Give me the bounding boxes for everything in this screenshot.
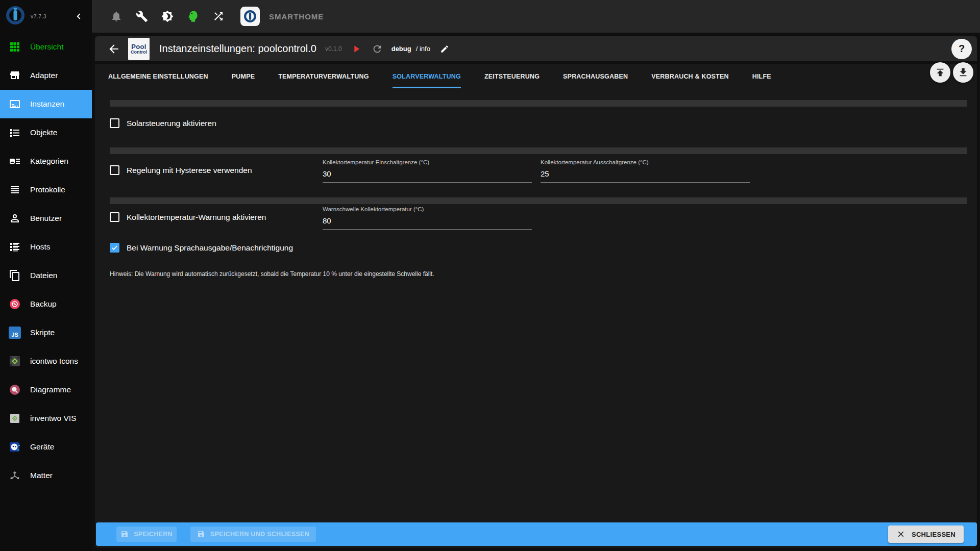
sidebar-item-hosts[interactable]: Hosts: [0, 233, 92, 261]
help-button[interactable]: ?: [951, 39, 972, 59]
check-icon: [111, 244, 118, 252]
warning-enable-checkbox[interactable]: [110, 212, 119, 222]
solar-enable-row[interactable]: Solarsteuerung aktivieren: [110, 118, 216, 128]
sidebar-item-diagramme[interactable]: Diagramme: [0, 375, 92, 404]
tab-temperaturverwaltung[interactable]: TEMPERATURVERWALTUNG: [278, 64, 369, 89]
sidebar-item-protokolle[interactable]: Protokolle: [0, 176, 92, 204]
close-button[interactable]: SCHLIESSEN: [888, 525, 964, 543]
hysteresis-label: Regelung mit Hysterese verwenden: [127, 166, 252, 175]
sidebar-item-kategorien[interactable]: Kategorien: [0, 147, 92, 176]
theme-icon[interactable]: [161, 10, 174, 23]
collector-off-input[interactable]: [541, 167, 750, 183]
user-icon: [9, 212, 21, 224]
sidebar-item-label: Skripte: [30, 328, 55, 337]
close-label: SCHLIESSEN: [912, 531, 955, 538]
sidebar-item-label: Objekte: [30, 128, 57, 137]
iobroker-logo-icon: [5, 5, 26, 28]
sync-disabled-icon[interactable]: [212, 10, 225, 23]
warning-hint-text: Hinweis: Die Warnung wird automatisch zu…: [110, 270, 434, 278]
charts-icon: [9, 384, 21, 396]
sidebar-item-benutzer[interactable]: Benutzer: [0, 204, 92, 233]
tab-allgemeine-einstellungen[interactable]: ALLGEMEINE EINSTELLUNGEN: [108, 64, 208, 89]
sidebar-item-label: icontwo Icons: [30, 357, 78, 366]
inventwo-icon: [9, 412, 21, 424]
objects-list-icon: [9, 127, 21, 139]
instances-icon: [9, 98, 21, 110]
files-icon: [9, 269, 21, 282]
instance-header: Pool Control Instanzeinstellungen: poolc…: [95, 36, 977, 61]
warning-notify-label: Bei Warnung Sprachausgabe/Benachrichtigu…: [127, 243, 293, 253]
back-button[interactable]: [107, 42, 120, 56]
tab-sprachausgaben[interactable]: SPRACHAUSGABEN: [563, 64, 628, 89]
sidebar-item-skripte[interactable]: JS Skripte: [0, 318, 92, 347]
sidebar-item-label: Kategorien: [30, 157, 68, 166]
edit-log-level-icon[interactable]: [438, 42, 451, 56]
log-level-secondary: / info: [416, 45, 430, 53]
page-title: Instanzeinstellungen: poolcontrol.0: [159, 43, 316, 55]
sidebar-item-inventwo-vis[interactable]: inventwo VIS: [0, 404, 92, 433]
sidebar-item-label: Adapter: [30, 71, 58, 80]
adapter-logo-text: Control: [131, 50, 147, 55]
warning-enable-label: Kollektortemperatur-Warnung aktivieren: [127, 213, 266, 222]
adapter-version: v0.1.0: [325, 45, 342, 53]
sidebar-item-backup[interactable]: Backup: [0, 290, 92, 318]
hysteresis-toggle[interactable]: Regelung mit Hysterese verwenden: [110, 165, 252, 175]
hysteresis-row: Regelung mit Hysterese verwenden Kollekt…: [110, 159, 967, 195]
tab-zeitsteuerung[interactable]: ZEITSTEUERUNG: [484, 64, 540, 89]
sidebar-item-objekte[interactable]: Objekte: [0, 118, 92, 147]
log-level-value: debug: [391, 45, 411, 53]
wrench-icon[interactable]: [135, 10, 149, 23]
warning-toggle[interactable]: Kollektortemperatur-Warnung aktivieren: [110, 212, 266, 222]
close-icon: [896, 530, 905, 539]
solar-enable-checkbox[interactable]: [110, 118, 119, 128]
sidebar-item-label: Instanzen: [30, 99, 64, 109]
collapse-sidebar-button[interactable]: [72, 10, 85, 22]
icontwo-icon: [9, 355, 21, 367]
matter-icon: [9, 469, 21, 482]
sidebar-item-adapter[interactable]: Adapter: [0, 61, 92, 90]
tab-solarverwaltung[interactable]: SOLARVERWALTUNG: [393, 64, 461, 89]
notifications-icon[interactable]: [110, 10, 123, 23]
top-toolbar: SMARTHOME: [92, 0, 980, 33]
sidebar-item-geraete[interactable]: Geräte: [0, 433, 92, 461]
instance-settings-page: Pool Control Instanzeinstellungen: poolc…: [92, 33, 980, 551]
warning-notify-row[interactable]: Bei Warnung Sprachausgabe/Benachrichtigu…: [110, 243, 293, 253]
sidebar-item-label: Matter: [30, 471, 53, 480]
warning-threshold-input[interactable]: [323, 214, 532, 230]
collector-off-field: Kollektortemperatur Ausschaltgrenze (°C): [541, 159, 750, 183]
save-button[interactable]: SPEICHERN: [116, 527, 177, 542]
save-label: SPEICHERN: [134, 531, 173, 538]
tab-pumpe[interactable]: PUMPE: [232, 64, 255, 89]
sidebar-item-matter[interactable]: Matter: [0, 461, 92, 490]
hysteresis-checkbox[interactable]: [110, 165, 119, 175]
save-and-close-button[interactable]: SPEICHERN UND SCHLIESSEN: [190, 527, 316, 542]
warning-row: Kollektortemperatur-Warnung aktivieren W…: [110, 206, 967, 242]
export-config-button[interactable]: [953, 62, 973, 83]
sidebar-item-icontwo-icons[interactable]: icontwo Icons: [0, 347, 92, 375]
iobroker-app-logo-icon[interactable]: [240, 7, 260, 26]
main-area: SMARTHOME Pool Control Instanzeinstellun…: [92, 0, 980, 551]
adapter-logo-text: Pool: [131, 43, 146, 50]
admin-version: v7.7.3: [31, 13, 46, 19]
instance-running-icon[interactable]: [350, 42, 363, 56]
sidebar-item-label: Geräte: [30, 442, 54, 452]
collector-on-input[interactable]: [323, 167, 532, 183]
sidebar-item-dateien[interactable]: Dateien: [0, 261, 92, 290]
save-icon: [120, 530, 129, 538]
import-config-button[interactable]: [930, 62, 950, 83]
warning-notify-checkbox[interactable]: [110, 243, 119, 253]
logs-icon: [9, 184, 21, 196]
sidebar-nav: Übersicht Adapter Instanzen Objekte Kate…: [0, 33, 92, 490]
expert-mode-icon[interactable]: [186, 10, 200, 23]
sidebar-item-instanzen[interactable]: Instanzen: [0, 90, 92, 118]
sidebar-item-uebersicht[interactable]: Übersicht: [0, 33, 92, 61]
restart-instance-icon[interactable]: [371, 42, 384, 56]
poolcontrol-adapter-logo: Pool Control: [128, 38, 150, 60]
tab-verbrauch-kosten[interactable]: VERBRAUCH & KOSTEN: [651, 64, 729, 89]
categories-icon: [9, 155, 21, 167]
warning-threshold-field: Warnschwelle Kollektortemperatur (°C): [323, 206, 532, 230]
tab-hilfe[interactable]: HILFE: [752, 64, 771, 89]
sidebar-item-label: Backup: [30, 299, 57, 309]
section-divider: [110, 197, 967, 204]
warning-threshold-label: Warnschwelle Kollektortemperatur (°C): [323, 206, 532, 212]
